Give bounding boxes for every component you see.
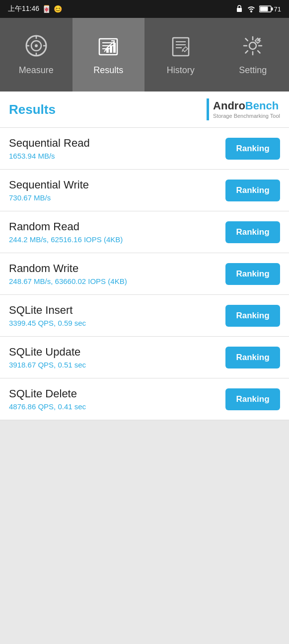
nav-item-history[interactable]: History [144,18,217,92]
results-page-title: Results [9,102,56,117]
ranking-button[interactable]: Ranking [225,388,280,410]
status-icon2: 😊 [54,5,62,13]
results-list: Sequential Read 1653.94 MB/s Ranking Seq… [0,128,289,420]
brand-logo: AndroBench Storage Benchmarking Tool [207,98,280,120]
result-name: SQLite Update [9,346,225,359]
ranking-button[interactable]: Ranking [225,263,280,285]
status-time: 上午11:46 [8,4,39,13]
svg-line-22 [182,50,183,52]
ranking-button[interactable]: Ranking [225,347,280,368]
result-item: Sequential Write 730.67 MB/s Ranking [0,170,289,211]
wifi-icon [246,4,256,14]
bottom-area [0,420,289,569]
result-name: Sequential Write [9,179,225,191]
result-item: SQLite Insert 3399.45 QPS, 0.59 sec Rank… [0,295,289,337]
nav-item-measure[interactable]: Measure [0,18,72,92]
measure-icon [24,34,48,61]
setting-label: Setting [239,65,267,76]
svg-rect-2 [271,7,273,10]
svg-rect-16 [110,45,112,53]
status-right: 71 [235,4,281,14]
ranking-button[interactable]: Ranking [225,180,280,201]
svg-point-10 [35,44,38,47]
setting-icon [241,34,265,61]
result-name: Random Write [9,262,225,275]
svg-rect-3 [260,7,268,11]
battery-percent: 71 [274,5,281,13]
result-value: 248.67 MB/s, 63660.02 IOPS (4KB) [9,277,225,285]
nav-item-setting[interactable]: Setting [217,18,289,92]
ranking-button[interactable]: Ranking [225,138,280,160]
brand-name: AndroBench [213,99,279,112]
brand-text: AndroBench Storage Benchmarking Tool [213,99,280,119]
brand-name-bench: Bench [245,99,279,112]
result-info: SQLite Insert 3399.45 QPS, 0.59 sec [9,304,225,327]
svg-point-23 [249,42,256,49]
results-label: Results [93,65,123,76]
result-name: SQLite Insert [9,304,225,317]
status-left: 上午11:46 🀄 😊 [8,4,62,13]
result-name: Random Read [9,220,225,233]
battery-icon: 71 [259,5,281,13]
result-value: 4876.86 QPS, 0.41 sec [9,402,225,411]
result-value: 730.67 MB/s [9,193,225,202]
history-label: History [167,65,195,76]
svg-rect-17 [113,43,116,53]
result-item: SQLite Update 3918.67 QPS, 0.51 sec Rank… [0,337,289,378]
brand-subtitle: Storage Benchmarking Tool [213,113,280,119]
history-icon [169,34,193,61]
measure-label: Measure [19,65,54,76]
result-item: Random Write 248.67 MB/s, 63660.02 IOPS … [0,253,289,295]
lock-icon [235,4,243,14]
status-bar: 上午11:46 🀄 😊 71 [0,0,289,18]
result-item: Random Read 244.2 MB/s, 62516.16 IOPS (4… [0,211,289,253]
results-header: Results AndroBench Storage Benchmarking … [0,92,289,128]
result-info: Random Write 248.67 MB/s, 63660.02 IOPS … [9,262,225,285]
result-value: 1653.94 MB/s [9,152,225,160]
result-info: Sequential Read 1653.94 MB/s [9,137,225,160]
svg-rect-18 [173,38,189,56]
result-info: SQLite Update 3918.67 QPS, 0.51 sec [9,346,225,369]
result-info: SQLite Delete 4876.86 QPS, 0.41 sec [9,387,225,411]
result-value: 3399.45 QPS, 0.59 sec [9,319,225,327]
result-info: Random Read 244.2 MB/s, 62516.16 IOPS (4… [9,220,225,244]
nav-item-results[interactable]: Results [72,18,145,92]
ranking-button[interactable]: Ranking [225,221,280,243]
result-value: 244.2 MB/s, 62516.16 IOPS (4KB) [9,235,225,244]
result-value: 3918.67 QPS, 0.51 sec [9,361,225,369]
result-item: SQLite Delete 4876.86 QPS, 0.41 sec Rank… [0,378,289,420]
ranking-button[interactable]: Ranking [225,305,280,327]
result-name: Sequential Read [9,137,225,150]
result-name: SQLite Delete [9,387,225,400]
svg-rect-0 [237,8,242,12]
results-icon [96,34,120,61]
brand-bar-accent [207,98,209,120]
nav-bar: Measure Results [0,18,289,92]
result-info: Sequential Write 730.67 MB/s [9,179,225,202]
status-icon1: 🀄 [42,5,51,13]
result-item: Sequential Read 1653.94 MB/s Ranking [0,128,289,170]
